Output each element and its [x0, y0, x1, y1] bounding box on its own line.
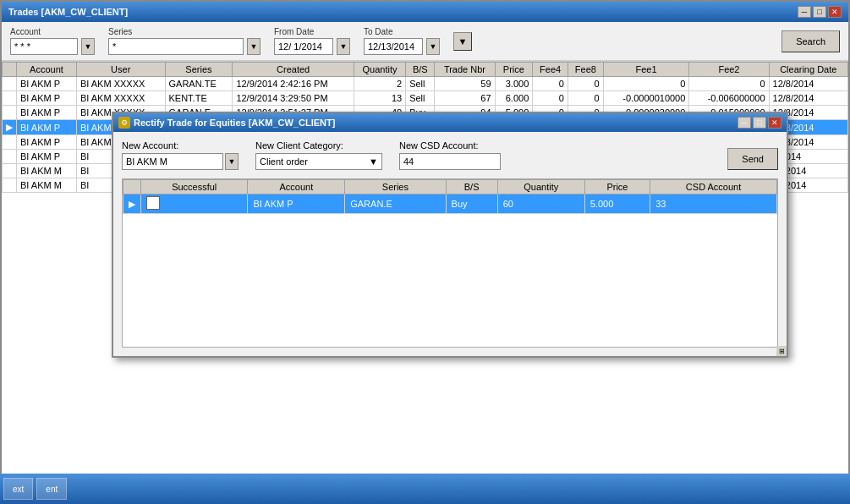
- dialog-resize-handle[interactable]: ⊞: [776, 346, 787, 356]
- cell-account: BI AKM P: [17, 91, 77, 106]
- cell-fee2: -0.006000000: [689, 91, 769, 106]
- cell-fee8: 0: [568, 77, 603, 91]
- inner-account-cell: BI AKM P: [248, 194, 345, 214]
- inner-csd-account-cell: 33: [650, 194, 777, 214]
- cell-indicator: [3, 135, 17, 150]
- inner-col-successful: Successful: [141, 180, 248, 194]
- cell-account: BI AKM M: [17, 178, 77, 193]
- inner-col-price: Price: [584, 180, 650, 194]
- account-field-group: Account ▼: [10, 27, 95, 55]
- inner-quantity-cell: 60: [497, 194, 584, 214]
- col-account: Account: [17, 63, 77, 77]
- new-client-category-dropdown[interactable]: Client order ▼: [255, 153, 382, 170]
- new-csd-account-input[interactable]: [399, 153, 501, 170]
- new-csd-account-label: New CSD Account:: [399, 140, 501, 151]
- col-price: Price: [495, 63, 533, 77]
- to-date-label: To Date: [364, 27, 440, 36]
- cell-indicator: ▶: [3, 120, 17, 135]
- cell-fee4: 0: [533, 77, 568, 91]
- main-title-bar: Trades [AKM_CW_CLIENT] ─ □ ✕: [2, 2, 848, 22]
- account-label: Account: [10, 27, 95, 36]
- inner-col-indicator: [123, 180, 141, 194]
- inner-table-header: Successful Account Series B/S Quantity P…: [123, 180, 777, 194]
- cell-account: BI AKM M: [17, 164, 77, 178]
- series-label: Series: [108, 27, 260, 36]
- new-account-input[interactable]: [122, 153, 223, 170]
- rectify-dialog: ⚙ Rectify Trade for Equities [AKM_CW_CLI…: [112, 112, 788, 358]
- inner-price-cell: 5.000: [584, 194, 650, 214]
- search-button[interactable]: Search: [781, 30, 840, 52]
- dialog-window-controls: ─ □ ✕: [738, 117, 781, 129]
- cell-indicator: [3, 164, 17, 178]
- to-date-field-group: To Date ▼: [364, 27, 440, 55]
- cell-account: BI AKM P: [17, 77, 77, 91]
- taskbar-item-1[interactable]: ent: [36, 478, 67, 500]
- cell-account: BI AKM P: [17, 150, 77, 164]
- series-row: ▼: [108, 38, 260, 55]
- minimize-button[interactable]: ─: [798, 6, 811, 18]
- main-window-title: Trades [AKM_CW_CLIENT]: [8, 7, 128, 17]
- inner-indicator-cell: ▶: [123, 194, 141, 214]
- cell-indicator: [3, 77, 17, 91]
- inner-bs-cell: Buy: [446, 194, 497, 214]
- expand-button[interactable]: ▼: [453, 32, 472, 51]
- cell-fee1: -0.0000010000: [603, 91, 689, 106]
- series-dropdown-btn[interactable]: ▼: [247, 38, 260, 55]
- cell-bs: Sell: [406, 91, 435, 106]
- col-bs: B/S: [406, 63, 435, 77]
- inner-col-quantity: Quantity: [497, 180, 584, 194]
- cell-clearing-date: 12/8/2014: [769, 91, 847, 106]
- dialog-title-left: ⚙ Rectify Trade for Equities [AKM_CW_CLI…: [118, 117, 335, 129]
- rectify-inner-table: Successful Account Series B/S Quantity P…: [123, 179, 777, 214]
- send-button[interactable]: Send: [727, 148, 778, 170]
- cell-created: 12/9/2014 2:42:16 PM: [233, 77, 354, 91]
- account-input[interactable]: [10, 38, 78, 55]
- col-trade-nbr: Trade Nbr: [435, 63, 495, 77]
- inner-col-account: Account: [248, 180, 345, 194]
- main-window-controls: ─ □ ✕: [798, 6, 842, 18]
- col-fee8: Fee8: [568, 63, 603, 77]
- cell-account: BI AKM P: [17, 106, 77, 120]
- inner-col-bs: B/S: [446, 180, 497, 194]
- cell-indicator: [3, 91, 17, 106]
- cell-user: BI AKM XXXXX: [76, 77, 165, 91]
- cell-indicator: [3, 178, 17, 193]
- table-row[interactable]: ▶ BI AKM P GARAN.E Buy 60 5.000 33: [123, 194, 777, 214]
- dialog-maximize-btn[interactable]: □: [753, 117, 766, 129]
- from-date-input[interactable]: [274, 38, 333, 55]
- account-dropdown-btn[interactable]: ▼: [81, 38, 95, 55]
- col-fee1: Fee1: [603, 63, 689, 77]
- inner-col-series: Series: [345, 180, 446, 194]
- account-row: ▼: [10, 38, 95, 55]
- to-date-dropdown-btn[interactable]: ▼: [426, 38, 440, 55]
- maximize-button[interactable]: □: [813, 6, 826, 18]
- series-input[interactable]: [108, 38, 244, 55]
- from-date-label: From Date: [274, 27, 350, 36]
- close-button[interactable]: ✕: [828, 6, 842, 18]
- to-date-input[interactable]: [364, 38, 423, 55]
- taskbar: ext ent: [0, 474, 850, 504]
- dialog-close-btn[interactable]: ✕: [768, 117, 781, 129]
- cell-created: 12/9/2014 3:29:50 PM: [233, 91, 354, 106]
- from-date-dropdown-btn[interactable]: ▼: [337, 38, 350, 55]
- col-fee2: Fee2: [689, 63, 769, 77]
- cell-series: GARAN.TE: [165, 77, 233, 91]
- table-row[interactable]: BI AKM PBI AKM XXXXXKENT.TE12/9/2014 3:2…: [3, 91, 848, 106]
- dialog-fields-row: New Account: ▼ New Client Category: Clie…: [122, 140, 501, 170]
- taskbar-item-0[interactable]: ext: [3, 478, 33, 500]
- new-account-label: New Account:: [122, 140, 239, 151]
- table-row[interactable]: BI AKM PBI AKM XXXXXGARAN.TE12/9/2014 2:…: [3, 77, 848, 91]
- col-quantity: Quantity: [354, 63, 405, 77]
- toolbar: Account ▼ Series ▼ From Date ▼ To Date: [2, 22, 848, 61]
- cell-series: KENT.TE: [165, 91, 233, 106]
- dialog-minimize-btn[interactable]: ─: [738, 117, 751, 129]
- col-indicator: [3, 63, 17, 77]
- new-account-dropdown-btn[interactable]: ▼: [225, 153, 239, 170]
- new-client-category-label: New Client Category:: [255, 140, 382, 151]
- from-date-row: ▼: [274, 38, 350, 55]
- successful-checkbox[interactable]: [146, 196, 160, 210]
- cell-fee1: 0: [603, 77, 689, 91]
- inner-table-tbody: ▶ BI AKM P GARAN.E Buy 60 5.000 33: [123, 194, 777, 214]
- cell-clearing-date: 12/8/2014: [769, 77, 847, 91]
- cell-bs: Sell: [406, 77, 435, 91]
